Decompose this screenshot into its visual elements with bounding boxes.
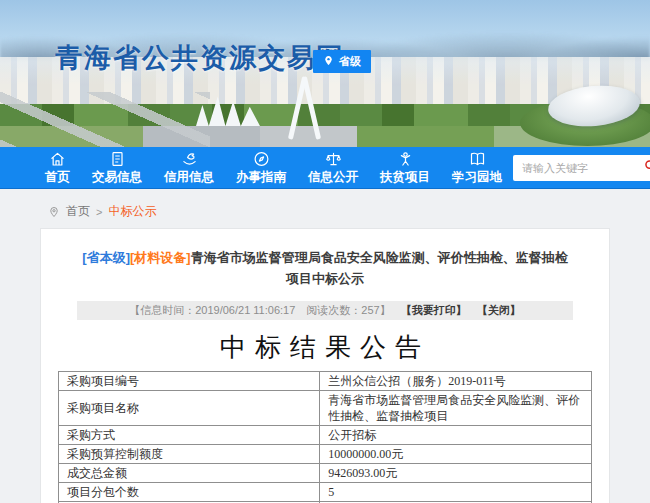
nav-label: 交易信息 [92, 169, 142, 186]
article-meta-info: 【信息时间：2019/06/21 11:06:17 阅读次数：257】 [129, 304, 390, 316]
nav-label: 信息公开 [308, 169, 358, 186]
nav-item-learning[interactable]: 学习园地 [441, 150, 513, 186]
row-label: 采购项目编号 [59, 372, 320, 391]
table-row: 采购项目名称 青海省市场监督管理局食品安全风险监测、评价性抽检、监督抽检项目 [59, 391, 592, 426]
result-table: 采购项目编号 兰州众信公招（服务）2019-011号 采购项目名称 青海省市场监… [58, 371, 592, 503]
nav-label: 学习园地 [452, 169, 502, 186]
article-tag-category: [材料设备] [130, 250, 191, 265]
row-label: 成交总金额 [59, 464, 320, 483]
main-nav: 首页 交易信息 信用信息 [0, 147, 650, 189]
home-icon [48, 150, 67, 168]
row-label: 项目分包个数 [59, 483, 320, 502]
search-input[interactable] [520, 161, 643, 175]
banner: 青海省公共资源交易网 省级 [0, 0, 650, 147]
nav-item-credit-info[interactable]: 信用信息 [153, 150, 225, 186]
row-label: 采购项目名称 [59, 391, 320, 426]
nav-item-home[interactable]: 首页 [34, 150, 81, 186]
compass-icon [252, 150, 271, 168]
table-row: 采购方式 公开招标 [59, 426, 592, 445]
table-row: 采购预算控制额度 10000000.00元 [59, 445, 592, 464]
search-box [513, 155, 650, 181]
search-icon[interactable] [643, 158, 650, 177]
article-meta-bar: 【信息时间：2019/06/21 11:06:17 阅读次数：257】 【我要打… [77, 301, 573, 320]
breadcrumb-home-link[interactable]: 首页 [66, 203, 90, 220]
close-link[interactable]: 【关闭】 [477, 304, 521, 316]
nav-label: 办事指南 [236, 169, 286, 186]
content-panel: [省本级][材料设备]青海省市场监督管理局食品安全风险监测、评价性抽检、监督抽检… [40, 228, 610, 503]
row-label: 采购预算控制额度 [59, 445, 320, 464]
print-link[interactable]: 【我要打印】 [401, 304, 467, 316]
breadcrumb-separator: > [96, 206, 102, 218]
nav-label: 扶贫项目 [380, 169, 430, 186]
hand-dove-icon [180, 150, 199, 168]
row-value: 公开招标 [320, 426, 592, 445]
row-value: 5 [320, 483, 592, 502]
nav-item-guide[interactable]: 办事指南 [225, 150, 297, 186]
banner-highway-interchange [0, 92, 210, 147]
breadcrumb-current-link[interactable]: 中标公示 [108, 203, 156, 220]
row-value: 10000000.00元 [320, 445, 592, 464]
level-badge[interactable]: 省级 [313, 50, 371, 73]
row-value: 9426093.00元 [320, 464, 592, 483]
nav-item-trade-info[interactable]: 交易信息 [81, 150, 153, 186]
person-arms-up-icon [396, 150, 415, 168]
row-value: 兰州众信公招（服务）2019-011号 [320, 372, 592, 391]
nav-label: 首页 [45, 169, 70, 186]
location-pin-icon [323, 54, 334, 69]
scales-icon [324, 150, 343, 168]
document-icon [108, 150, 127, 168]
section-heading: 中标结果公告 [41, 330, 609, 365]
breadcrumb: 首页 > 中标公示 [0, 189, 650, 228]
table-row: 项目分包个数 5 [59, 483, 592, 502]
nav-item-poverty-relief[interactable]: 扶贫项目 [369, 150, 441, 186]
nav-label: 信用信息 [164, 169, 214, 186]
page: 青海省公共资源交易网 省级 首页 [0, 0, 650, 503]
row-value: 青海省市场监督管理局食品安全风险监测、评价性抽检、监督抽检项目 [320, 391, 592, 426]
level-badge-label: 省级 [339, 54, 361, 69]
site-title: 青海省公共资源交易网 [55, 40, 345, 76]
breadcrumb-pin-icon [48, 205, 60, 219]
open-book-icon [468, 150, 487, 168]
table-row: 成交总金额 9426093.00元 [59, 464, 592, 483]
article-title-text: 青海省市场监督管理局食品安全风险监测、评价性抽检、监督抽检项目中标公示 [191, 250, 568, 286]
nav-item-public-info[interactable]: 信息公开 [297, 150, 369, 186]
article-title: [省本级][材料设备]青海省市场监督管理局食品安全风险监测、评价性抽检、监督抽检… [79, 247, 571, 289]
row-label: 采购方式 [59, 426, 320, 445]
article-tag-level: [省本级] [82, 250, 130, 265]
table-row: 采购项目编号 兰州众信公招（服务）2019-011号 [59, 372, 592, 391]
